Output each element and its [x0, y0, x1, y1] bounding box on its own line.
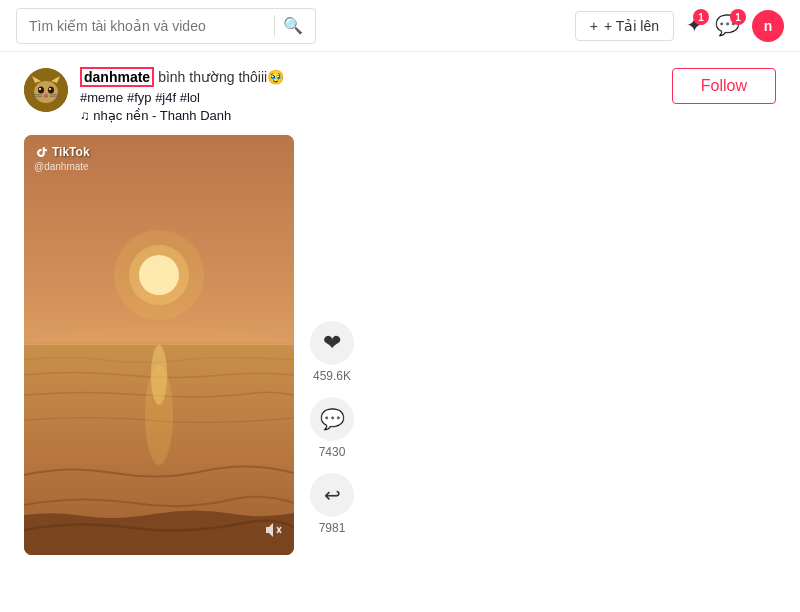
user-avatar[interactable]	[24, 68, 68, 112]
user-row: danhmatebình thường thôiii🥹 #meme #fyp #…	[24, 68, 284, 123]
svg-point-18	[114, 230, 204, 320]
inbox-badge: 1	[693, 9, 709, 25]
inbox-button[interactable]: ✦ 1	[686, 15, 703, 36]
share-icon: ↩	[324, 483, 341, 507]
main-content: danhmatebình thường thôiii🥹 #meme #fyp #…	[0, 52, 800, 571]
search-button[interactable]: 🔍	[283, 16, 303, 35]
tiktok-logo-icon	[34, 145, 48, 159]
message-button[interactable]: 💬 1	[715, 15, 740, 36]
mute-icon[interactable]	[264, 521, 282, 543]
likes-count: 459.6K	[313, 369, 351, 383]
header-actions: + + Tải lên ✦ 1 💬 1 n	[575, 10, 784, 42]
like-button[interactable]: ❤	[310, 321, 354, 365]
caption-text: bình thường thôiii🥹	[158, 69, 284, 85]
svg-point-8	[39, 88, 41, 90]
top-row: danhmatebình thường thôiii🥹 #meme #fyp #…	[24, 68, 776, 127]
action-buttons: ❤ 459.6K 💬 7430 ↩ 7981	[310, 321, 354, 555]
svg-point-22	[145, 365, 173, 465]
share-button[interactable]: ↩	[310, 473, 354, 517]
share-action: ↩ 7981	[310, 473, 354, 535]
username[interactable]: danhmate	[80, 67, 154, 87]
like-action: ❤ 459.6K	[310, 321, 354, 383]
upload-button[interactable]: + + Tải lên	[575, 11, 674, 41]
svg-point-10	[44, 94, 48, 96]
video-container[interactable]: TikTok @danhmate	[24, 135, 294, 555]
music-line: ♫ nhạc nền - Thanh Danh	[80, 108, 284, 123]
hashtags: #meme #fyp #j4f #lol	[80, 90, 284, 105]
svg-point-9	[49, 88, 51, 90]
avatar[interactable]: n	[752, 10, 784, 42]
shares-count: 7981	[319, 521, 346, 535]
comment-button[interactable]: 💬	[310, 397, 354, 441]
heart-icon: ❤	[323, 330, 341, 356]
comment-action: 💬 7430	[310, 397, 354, 459]
svg-point-1	[34, 81, 58, 103]
header: 🔍 + + Tải lên ✦ 1 💬 1 n	[0, 0, 800, 52]
video-with-actions: TikTok @danhmate ❤	[24, 135, 776, 555]
tiktok-watermark: TikTok	[34, 145, 90, 159]
follow-button[interactable]: Follow	[672, 68, 776, 104]
post-section: danhmatebình thường thôiii🥹 #meme #fyp #…	[24, 68, 776, 555]
search-bar: 🔍	[16, 8, 316, 44]
upload-icon: +	[590, 18, 598, 34]
tiktok-brand-text: TikTok	[52, 145, 90, 159]
comments-count: 7430	[319, 445, 346, 459]
user-info: danhmatebình thường thôiii🥹 #meme #fyp #…	[80, 68, 284, 123]
caption-line: danhmatebình thường thôiii🥹	[80, 68, 284, 88]
search-icon: 🔍	[283, 17, 303, 34]
search-input[interactable]	[29, 18, 266, 34]
svg-point-6	[38, 87, 44, 94]
message-badge: 1	[730, 9, 746, 25]
comment-icon: 💬	[320, 407, 345, 431]
search-divider	[274, 15, 275, 37]
tiktok-handle: @danhmate	[34, 161, 89, 172]
svg-point-7	[48, 87, 54, 94]
